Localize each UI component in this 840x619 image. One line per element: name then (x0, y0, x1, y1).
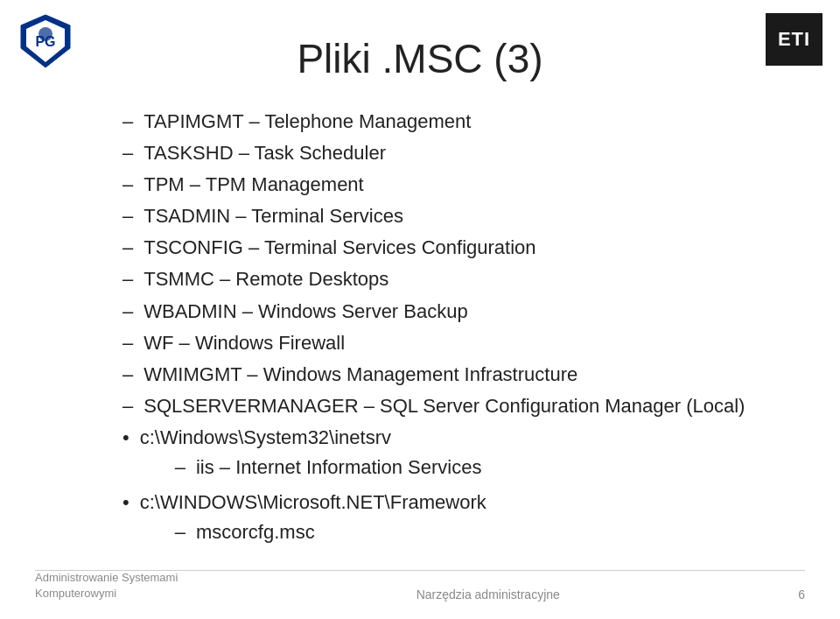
item-text: WBADMIN – Windows Server Backup (144, 297, 467, 327)
bullet-item-2-text: c:\WINDOWS\Microsoft.NET\Framework (140, 491, 486, 513)
item-text: TSADMIN – Terminal Services (144, 201, 403, 231)
dash-icon: – (122, 170, 133, 200)
bullet-item-2-content: c:\WINDOWS\Microsoft.NET\Framework – msc… (140, 488, 486, 549)
bullet-1-sub-list: – iis – Internet Information Services (140, 453, 482, 482)
item-text: WF – Windows Firewall (144, 328, 345, 358)
bullet-item-2: • c:\WINDOWS\Microsoft.NET\Framework – m… (122, 488, 788, 549)
footer-left: Administrowanie Systemami Komputerowymi (35, 570, 178, 601)
logo-left: PG (18, 13, 74, 70)
list-item: – WF – Windows Firewall (122, 328, 788, 358)
list-item: – WMIMGMT – Windows Management Infrastru… (122, 360, 788, 390)
svg-point-3 (38, 27, 52, 41)
footer-center: Narzędzia administracyjne (416, 587, 560, 601)
slide-title: Pliki .MSC (3) (52, 35, 788, 82)
dash-icon: – (122, 391, 133, 421)
footer-page-number: 6 (798, 587, 805, 601)
list-item: – TASKSHD – Task Scheduler (122, 138, 788, 168)
list-item: – TAPIMGMT – Telephone Management (122, 107, 788, 137)
item-text: WMIMGMT – Windows Management Infrastruct… (144, 360, 578, 390)
dash-icon: – (122, 233, 133, 263)
footer-left-line1: Administrowanie Systemami (35, 570, 178, 586)
list-item: – iis – Internet Information Services (175, 453, 482, 482)
bullet-item-1-content: c:\Windows\System32\inetsrv – iis – Inte… (140, 423, 482, 484)
item-text: TASKSHD – Task Scheduler (144, 138, 386, 168)
list-item: – SQLSERVERMANAGER – SQL Server Configur… (122, 391, 788, 421)
item-text: SQLSERVERMANAGER – SQL Server Configurat… (144, 391, 745, 421)
list-item: – WBADMIN – Windows Server Backup (122, 297, 788, 327)
slide: PG ETI Pliki .MSC (3) – TAPIMGMT – Telep… (0, 0, 840, 619)
slide-content: – TAPIMGMT – Telephone Management – TASK… (52, 107, 788, 549)
dash-icon: – (175, 517, 186, 547)
dash-icon: – (122, 201, 133, 231)
item-text: iis – Internet Information Services (196, 453, 481, 482)
bullet-icon: • (122, 423, 130, 453)
main-sub-list: – TAPIMGMT – Telephone Management – TASK… (122, 107, 788, 421)
bullet-item-1: • c:\Windows\System32\inetsrv – iis – In… (122, 423, 788, 484)
dash-icon: – (175, 453, 186, 482)
bullet-2-sub-list: – mscorcfg.msc (140, 517, 486, 547)
item-text: TPM – TPM Management (144, 170, 363, 200)
list-item: – TPM – TPM Management (122, 170, 788, 200)
dash-icon: – (122, 328, 133, 358)
item-text: TAPIMGMT – Telephone Management (144, 107, 471, 137)
logo-right: ETI (766, 13, 822, 66)
list-item: – TSCONFIG – Terminal Services Configura… (122, 233, 788, 263)
item-text: TSMMC – Remote Desktops (144, 264, 388, 294)
dash-icon: – (122, 360, 133, 390)
dash-icon: – (122, 107, 133, 137)
item-text: mscorcfg.msc (196, 517, 315, 547)
dash-icon: – (122, 264, 133, 294)
list-item: – mscorcfg.msc (175, 517, 486, 547)
eti-logo-text: ETI (766, 13, 822, 66)
list-item: – TSADMIN – Terminal Services (122, 201, 788, 231)
footer: Administrowanie Systemami Komputerowymi … (0, 570, 840, 601)
footer-left-line2: Komputerowymi (35, 586, 178, 601)
dash-icon: – (122, 297, 133, 327)
list-item: – TSMMC – Remote Desktops (122, 264, 788, 294)
bullet-item-1-text: c:\Windows\System32\inetsrv (140, 426, 391, 448)
dash-icon: – (122, 138, 133, 168)
bullet-icon: • (122, 488, 130, 517)
item-text: TSCONFIG – Terminal Services Configurati… (144, 233, 536, 263)
